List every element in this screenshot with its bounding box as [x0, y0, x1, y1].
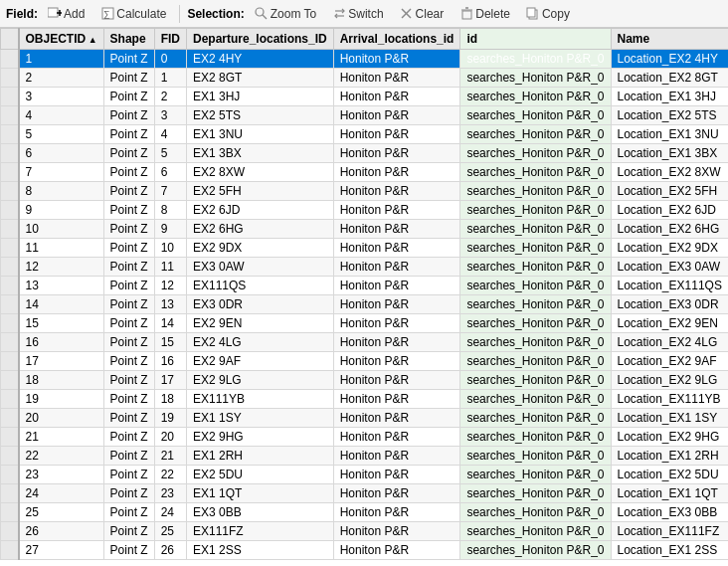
delete-label: Delete [475, 7, 510, 21]
table-row[interactable]: 5Point Z4EX1 3NUHoniton P&Rsearches_Honi… [1, 125, 729, 144]
shape-header[interactable]: Shape [103, 29, 154, 50]
name-header[interactable]: Name [611, 29, 728, 50]
objectid-cell: 26 [19, 522, 104, 541]
row-number [1, 503, 19, 522]
table-row[interactable]: 12Point Z11EX3 0AWHoniton P&Rsearches_Ho… [1, 258, 729, 277]
shape-cell: Point Z [103, 69, 154, 88]
name-cell: Location_EX1 1QT [611, 484, 728, 503]
name-cell: Location_EX1 3BX [611, 144, 728, 163]
name-cell: Location_EX2 9LG [611, 371, 728, 390]
row-number [1, 447, 19, 466]
arrival-header[interactable]: Arrival_locations_id [333, 29, 460, 50]
table-row[interactable]: 3Point Z2EX1 3HJHoniton P&Rsearches_Honi… [1, 88, 729, 106]
table-row[interactable]: 24Point Z23EX1 1QTHoniton P&Rsearches_Ho… [1, 484, 729, 503]
id-cell: searches_Honiton P&R_0 [460, 503, 611, 522]
header-row: OBJECTID Shape FID Departure_locations_I… [1, 29, 729, 50]
shape-cell: Point Z [103, 144, 154, 163]
id-cell: searches_Honiton P&R_0 [460, 182, 611, 201]
clear-button[interactable]: Clear [394, 4, 451, 24]
row-number [1, 50, 19, 69]
name-cell: Location_EX2 4HY [611, 50, 728, 69]
id-cell: searches_Honiton P&R_0 [460, 390, 611, 409]
toolbar: Field: Add ∑ Calculate Selection: Zoom T… [0, 0, 728, 28]
name-cell: Location_EX1 3NU [611, 125, 728, 144]
table-body: 1Point Z0EX2 4HYHoniton P&Rsearches_Honi… [1, 50, 729, 560]
fid-cell: 14 [154, 314, 186, 333]
objectid-cell: 22 [19, 447, 104, 466]
table-row[interactable]: 21Point Z20EX2 9HGHoniton P&Rsearches_Ho… [1, 428, 729, 447]
objectid-cell: 9 [19, 201, 104, 220]
departure-cell: EX111YB [186, 390, 333, 409]
objectid-cell: 11 [19, 239, 104, 258]
shape-cell: Point Z [103, 484, 154, 503]
calculate-button[interactable]: ∑ Calculate [94, 4, 172, 24]
table-row[interactable]: 22Point Z21EX1 2RHHoniton P&Rsearches_Ho… [1, 447, 729, 466]
objectid-cell: 8 [19, 182, 104, 201]
table-row[interactable]: 9Point Z8EX2 6JDHoniton P&Rsearches_Honi… [1, 201, 729, 220]
table-row[interactable]: 2Point Z1EX2 8GTHoniton P&Rsearches_Honi… [1, 69, 729, 88]
objectid-header[interactable]: OBJECTID [19, 29, 104, 50]
objectid-cell: 18 [19, 371, 104, 390]
name-cell: Location_EX3 0DR [611, 295, 728, 314]
table-row[interactable]: 16Point Z15EX2 4LGHoniton P&Rsearches_Ho… [1, 333, 729, 352]
objectid-cell: 4 [19, 106, 104, 125]
departure-header[interactable]: Departure_locations_ID [186, 29, 333, 50]
arrival-cell: Honiton P&R [333, 541, 460, 560]
zoom-to-icon [255, 7, 269, 21]
row-number-header[interactable] [1, 29, 19, 50]
table-row[interactable]: 11Point Z10EX2 9DXHoniton P&Rsearches_Ho… [1, 239, 729, 258]
arrival-cell: Honiton P&R [333, 182, 460, 201]
table-row[interactable]: 27Point Z26EX1 2SSHoniton P&Rsearches_Ho… [1, 541, 729, 560]
id-cell: searches_Honiton P&R_0 [460, 333, 611, 352]
table-row[interactable]: 15Point Z14EX2 9ENHoniton P&Rsearches_Ho… [1, 314, 729, 333]
table-row[interactable]: 1Point Z0EX2 4HYHoniton P&Rsearches_Honi… [1, 50, 729, 69]
table-row[interactable]: 8Point Z7EX2 5FHHoniton P&Rsearches_Honi… [1, 182, 729, 201]
table-row[interactable]: 4Point Z3EX2 5TSHoniton P&Rsearches_Honi… [1, 106, 729, 125]
id-cell: searches_Honiton P&R_0 [460, 258, 611, 277]
departure-cell: EX3 0AW [186, 258, 333, 277]
shape-cell: Point Z [103, 201, 154, 220]
departure-cell: EX1 2RH [186, 447, 333, 466]
table-row[interactable]: 23Point Z22EX2 5DUHoniton P&Rsearches_Ho… [1, 466, 729, 484]
name-cell: Location_EX3 0AW [611, 258, 728, 277]
fid-cell: 17 [154, 371, 186, 390]
add-label: Add [64, 7, 85, 21]
departure-cell: EX1 3HJ [186, 88, 333, 106]
table-row[interactable]: 10Point Z9EX2 6HGHoniton P&Rsearches_Hon… [1, 220, 729, 239]
fid-cell: 15 [154, 333, 186, 352]
fid-cell: 7 [154, 182, 186, 201]
switch-button[interactable]: Switch [326, 4, 389, 24]
table-row[interactable]: 26Point Z25EX111FZHoniton P&Rsearches_Ho… [1, 522, 729, 541]
arrival-cell: Honiton P&R [333, 295, 460, 314]
svg-text:∑: ∑ [103, 9, 109, 19]
zoom-to-button[interactable]: Zoom To [249, 4, 322, 24]
fid-cell: 9 [154, 220, 186, 239]
copy-button[interactable]: Copy [520, 4, 576, 24]
departure-cell: EX2 5FH [186, 182, 333, 201]
row-number [1, 484, 19, 503]
delete-button[interactable]: Delete [454, 4, 516, 24]
row-number [1, 258, 19, 277]
row-number [1, 182, 19, 201]
table-row[interactable]: 17Point Z16EX2 9AFHoniton P&Rsearches_Ho… [1, 352, 729, 371]
separator-1 [179, 5, 180, 23]
departure-cell: EX1 3NU [186, 125, 333, 144]
departure-cell: EX111FZ [186, 522, 333, 541]
arrival-cell: Honiton P&R [333, 447, 460, 466]
id-header[interactable]: id [460, 29, 611, 50]
table-row[interactable]: 18Point Z17EX2 9LGHoniton P&Rsearches_Ho… [1, 371, 729, 390]
add-button[interactable]: Add [42, 4, 91, 24]
row-number [1, 352, 19, 371]
fid-header[interactable]: FID [154, 29, 186, 50]
table-row[interactable]: 6Point Z5EX1 3BXHoniton P&Rsearches_Honi… [1, 144, 729, 163]
shape-cell: Point Z [103, 447, 154, 466]
table-row[interactable]: 20Point Z19EX1 1SYHoniton P&Rsearches_Ho… [1, 409, 729, 428]
table-row[interactable]: 25Point Z24EX3 0BBHoniton P&Rsearches_Ho… [1, 503, 729, 522]
table-row[interactable]: 7Point Z6EX2 8XWHoniton P&Rsearches_Honi… [1, 163, 729, 182]
row-number [1, 295, 19, 314]
departure-cell: EX2 6JD [186, 201, 333, 220]
table-row[interactable]: 13Point Z12EX111QSHoniton P&Rsearches_Ho… [1, 277, 729, 295]
row-number [1, 541, 19, 560]
table-row[interactable]: 19Point Z18EX111YBHoniton P&Rsearches_Ho… [1, 390, 729, 409]
table-row[interactable]: 14Point Z13EX3 0DRHoniton P&Rsearches_Ho… [1, 295, 729, 314]
